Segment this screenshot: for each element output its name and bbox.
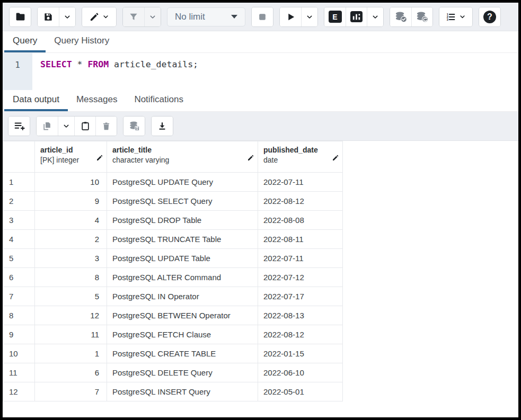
edit-column-icon[interactable]: [332, 154, 339, 162]
cell-article-id[interactable]: 5: [35, 287, 107, 306]
copy-options-dropdown[interactable]: [58, 117, 74, 136]
explain-options-dropdown[interactable]: [367, 7, 383, 26]
chevron-down-icon: [371, 13, 379, 21]
cell-published-date[interactable]: 2022-08-12: [258, 325, 343, 344]
save-file-button[interactable]: [38, 7, 59, 26]
svg-text:3: 3: [447, 17, 448, 21]
open-file-button[interactable]: [10, 7, 31, 26]
tab-query-label: Query: [13, 35, 37, 46]
tab-notifications-label: Notifications: [134, 94, 183, 105]
cell-published-date[interactable]: 2022-01-15: [258, 344, 343, 363]
column-header-article-title[interactable]: article_title character varying: [107, 141, 258, 173]
cell-article-title[interactable]: PostgreSQL UPDATE Table: [107, 249, 258, 268]
row-number-cell[interactable]: 4: [3, 230, 35, 249]
tab-query[interactable]: Query: [4, 31, 46, 52]
cell-published-date[interactable]: 2022-06-10: [258, 363, 343, 382]
row-number-cell[interactable]: 10: [3, 344, 35, 363]
copy-button[interactable]: [37, 117, 58, 136]
table-row: 116PostgreSQL DELETE Query2022-06-10: [3, 363, 343, 382]
cell-article-title[interactable]: PostgreSQL TRUNCATE Table: [107, 230, 258, 249]
row-limit-select[interactable]: No limit: [167, 7, 245, 26]
copy-icon: [42, 121, 52, 131]
cell-article-title[interactable]: PostgreSQL DELETE Query: [107, 363, 258, 382]
cell-article-title[interactable]: PostgreSQL ALTER Command: [107, 268, 258, 287]
cell-article-id[interactable]: 3: [35, 249, 107, 268]
row-number-cell[interactable]: 7: [3, 287, 35, 306]
edit-dropdown-button[interactable]: [82, 7, 116, 26]
macros-button[interactable]: 123: [439, 7, 472, 26]
row-number-cell[interactable]: 2: [3, 192, 35, 211]
copy-paste-group: [36, 116, 117, 136]
cell-article-id[interactable]: 2: [35, 230, 107, 249]
tab-query-history[interactable]: Query History: [46, 31, 118, 52]
cell-published-date[interactable]: 2022-07-11: [258, 173, 343, 192]
table-row: 68PostgreSQL ALTER Command2022-07-12: [3, 268, 343, 287]
column-header-article-id[interactable]: article_id [PK] integer: [35, 141, 107, 173]
explain-button[interactable]: E: [324, 7, 346, 26]
row-number-cell[interactable]: 6: [3, 268, 35, 287]
cell-article-id[interactable]: 11: [35, 325, 107, 344]
edit-column-icon[interactable]: [247, 154, 254, 162]
execute-button[interactable]: [280, 7, 301, 26]
cell-article-id[interactable]: 4: [35, 211, 107, 230]
add-row-button[interactable]: [8, 117, 30, 136]
row-number-cell[interactable]: 3: [3, 211, 35, 230]
delete-row-button[interactable]: [95, 117, 117, 136]
row-number-cell[interactable]: 12: [3, 382, 35, 401]
cell-article-id[interactable]: 1: [35, 344, 107, 363]
explain-analyze-button[interactable]: [346, 7, 367, 26]
cell-published-date[interactable]: 2022-05-01: [258, 382, 343, 401]
column-type: date: [263, 155, 338, 165]
execute-options-dropdown[interactable]: [301, 7, 317, 26]
paste-icon: [80, 121, 91, 131]
edit-column-icon[interactable]: [96, 154, 103, 162]
cell-published-date[interactable]: 2022-07-11: [258, 249, 343, 268]
cell-article-title[interactable]: PostgreSQL CREATE TABLE: [107, 344, 258, 363]
sql-code-area[interactable]: SELECT * FROM article_details;: [32, 53, 518, 90]
save-data-changes-button[interactable]: [123, 117, 145, 136]
paste-button[interactable]: [74, 117, 95, 136]
row-number-header[interactable]: [3, 141, 35, 173]
cell-article-title[interactable]: PostgreSQL FETCH Clause: [107, 325, 258, 344]
filter-options-dropdown[interactable]: [144, 7, 161, 26]
header-row: article_id [PK] integer article_title ch…: [3, 141, 343, 173]
cell-article-title[interactable]: PostgreSQL BETWEEN Operator: [107, 306, 258, 325]
filter-button[interactable]: [123, 7, 144, 26]
sql-keyword: FROM: [87, 59, 109, 69]
explain-analyze-icon: [350, 11, 363, 23]
cell-article-id[interactable]: 6: [35, 363, 107, 382]
chevron-down-icon: [102, 13, 110, 21]
row-number-cell[interactable]: 1: [3, 173, 35, 192]
help-button[interactable]: ?: [479, 7, 500, 26]
cell-article-id[interactable]: 7: [35, 382, 107, 401]
cell-published-date[interactable]: 2022-08-12: [258, 192, 343, 211]
cell-published-date[interactable]: 2022-08-13: [258, 306, 343, 325]
rollback-button[interactable]: [411, 7, 432, 26]
tab-data-output[interactable]: Data output: [4, 90, 68, 111]
tab-notifications[interactable]: Notifications: [126, 90, 192, 111]
cell-article-id[interactable]: 8: [35, 268, 107, 287]
row-number-cell[interactable]: 9: [3, 325, 35, 344]
cell-article-id[interactable]: 10: [35, 173, 107, 192]
cell-article-id[interactable]: 9: [35, 192, 107, 211]
cell-published-date[interactable]: 2022-07-17: [258, 287, 343, 306]
row-number-cell[interactable]: 5: [3, 249, 35, 268]
cell-article-title[interactable]: PostgreSQL INSERT Query: [107, 382, 258, 401]
row-number-cell[interactable]: 8: [3, 306, 35, 325]
cell-article-id[interactable]: 12: [35, 306, 107, 325]
save-options-dropdown[interactable]: [59, 7, 75, 26]
cell-article-title[interactable]: PostgreSQL SELECT Query: [107, 192, 258, 211]
help-group: ?: [479, 7, 501, 27]
cell-article-title[interactable]: PostgreSQL IN Operator: [107, 287, 258, 306]
column-header-published-date[interactable]: published_date date: [258, 141, 343, 173]
cell-published-date[interactable]: 2022-07-12: [258, 268, 343, 287]
download-csv-button[interactable]: [152, 117, 173, 136]
cell-published-date[interactable]: 2022-08-11: [258, 230, 343, 249]
row-number-cell[interactable]: 11: [3, 363, 35, 382]
cell-published-date[interactable]: 2022-08-08: [258, 211, 343, 230]
stop-button[interactable]: [252, 7, 273, 26]
tab-messages[interactable]: Messages: [68, 90, 126, 111]
cell-article-title[interactable]: PostgreSQL DROP Table: [107, 211, 258, 230]
cell-article-title[interactable]: PostgreSQL UPDATE Query: [107, 173, 258, 192]
commit-button[interactable]: [390, 7, 411, 26]
